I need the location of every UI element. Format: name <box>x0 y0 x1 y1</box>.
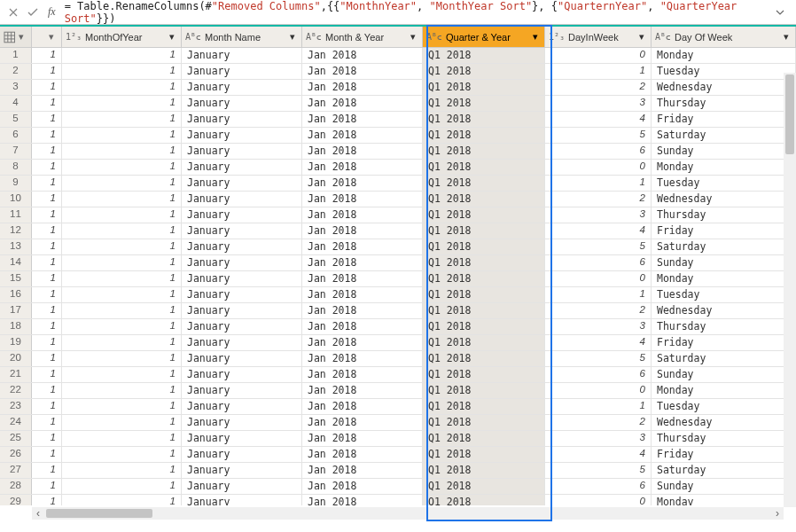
column-filter-icon[interactable]: ▾ <box>636 32 647 43</box>
table-row[interactable]: 811JanuaryJan 2018Q1 20180Monday <box>0 160 796 176</box>
cell-mn[interactable]: January <box>182 383 302 398</box>
cell-di[interactable]: 6 <box>545 144 652 159</box>
cell-mn[interactable]: January <box>182 303 302 318</box>
row-number[interactable]: 12 <box>0 223 32 239</box>
cell-c1[interactable]: 1 <box>62 319 182 334</box>
table-row[interactable]: 1111JanuaryJan 2018Q1 20183Thursday <box>0 207 796 223</box>
table-row[interactable]: 2611JanuaryJan 2018Q1 20184Friday <box>0 447 796 463</box>
cell-qy[interactable]: Q1 2018 <box>423 415 545 430</box>
cell-my[interactable]: Jan 2018 <box>302 287 423 302</box>
cell-dow[interactable]: Tuesday <box>652 287 796 302</box>
cell-qy[interactable]: Q1 2018 <box>423 223 545 239</box>
column-filter-icon[interactable]: ▾ <box>45 31 58 43</box>
cell-di[interactable]: 5 <box>545 128 652 143</box>
cell-my[interactable]: Jan 2018 <box>302 399 423 414</box>
cell-dow[interactable]: Monday <box>652 271 796 286</box>
cell-mn[interactable]: January <box>182 415 302 430</box>
cell-mn[interactable]: January <box>182 223 302 239</box>
cell-c1[interactable]: 1 <box>62 112 182 127</box>
column-filter-icon[interactable]: ▾ <box>781 32 792 43</box>
row-number[interactable]: 23 <box>0 399 32 414</box>
cell-qy[interactable]: Q1 2018 <box>423 128 545 143</box>
cell-c0[interactable]: 1 <box>32 128 62 143</box>
cell-di[interactable]: 0 <box>545 271 652 286</box>
table-row[interactable]: 1911JanuaryJan 2018Q1 20184Friday <box>0 335 796 351</box>
table-row[interactable]: 311JanuaryJan 2018Q1 20182Wednesday <box>0 80 796 96</box>
cell-c1[interactable]: 1 <box>62 64 182 79</box>
cell-c1[interactable]: 1 <box>62 399 182 414</box>
table-menu-arrow-icon[interactable]: ▾ <box>16 31 28 43</box>
table-row[interactable]: 2011JanuaryJan 2018Q1 20185Saturday <box>0 351 796 367</box>
cell-di[interactable]: 2 <box>545 415 652 430</box>
row-number[interactable]: 11 <box>0 207 32 223</box>
cell-c0[interactable]: 1 <box>32 415 62 430</box>
scroll-left-arrow-icon[interactable]: ‹ <box>32 507 44 520</box>
cell-c1[interactable]: 1 <box>62 96 182 111</box>
cell-mn[interactable]: January <box>182 207 302 223</box>
cell-c0[interactable]: 1 <box>32 48 62 63</box>
cell-my[interactable]: Jan 2018 <box>302 383 423 398</box>
cell-qy[interactable]: Q1 2018 <box>423 160 545 175</box>
cell-c1[interactable]: 1 <box>62 80 182 95</box>
cell-mn[interactable]: January <box>182 192 302 207</box>
row-number[interactable]: 18 <box>0 319 32 334</box>
cell-mn[interactable]: January <box>182 271 302 286</box>
cell-di[interactable]: 6 <box>545 367 652 382</box>
cell-c0[interactable]: 1 <box>32 447 62 462</box>
cell-qy[interactable]: Q1 2018 <box>423 351 545 366</box>
cell-my[interactable]: Jan 2018 <box>302 495 423 505</box>
cell-dow[interactable]: Tuesday <box>652 176 796 191</box>
cell-my[interactable]: Jan 2018 <box>302 64 423 79</box>
table-row[interactable]: 2211JanuaryJan 2018Q1 20180Monday <box>0 383 796 399</box>
column-filter-icon[interactable]: ▾ <box>167 32 177 43</box>
cell-c0[interactable]: 1 <box>32 239 62 254</box>
row-number[interactable]: 24 <box>0 415 32 430</box>
column-filter-icon[interactable]: ▾ <box>287 32 298 43</box>
row-number[interactable]: 8 <box>0 160 32 175</box>
column-header-dayinweek[interactable]: 1²₃DayInWeek▾ <box>545 27 652 47</box>
cell-c0[interactable]: 1 <box>32 367 62 382</box>
cell-c1[interactable]: 1 <box>62 335 182 350</box>
cell-c1[interactable]: 1 <box>62 447 182 462</box>
cell-c0[interactable]: 1 <box>32 479 62 494</box>
table-row[interactable]: 2311JanuaryJan 2018Q1 20181Tuesday <box>0 399 796 415</box>
cell-di[interactable]: 0 <box>545 495 652 505</box>
cell-c0[interactable]: 1 <box>32 192 62 207</box>
cell-dow[interactable]: Monday <box>652 383 796 398</box>
cell-mn[interactable]: January <box>182 255 302 270</box>
row-number[interactable]: 13 <box>0 239 32 254</box>
table-row[interactable]: 111JanuaryJan 2018Q1 20180Monday <box>0 48 796 64</box>
cell-di[interactable]: 4 <box>545 335 652 350</box>
cell-dow[interactable]: Thursday <box>652 96 796 111</box>
cell-my[interactable]: Jan 2018 <box>302 160 423 175</box>
cell-dow[interactable]: Wednesday <box>652 415 796 430</box>
row-number[interactable]: 14 <box>0 255 32 270</box>
cell-mn[interactable]: January <box>182 479 302 494</box>
row-number[interactable]: 3 <box>0 80 32 95</box>
cell-mn[interactable]: January <box>182 351 302 366</box>
cell-qy[interactable]: Q1 2018 <box>423 255 545 270</box>
column-header-quarter-year[interactable]: AᴮᴄQuarter & Year▾ <box>423 27 545 47</box>
cell-qy[interactable]: Q1 2018 <box>423 80 545 95</box>
cell-mn[interactable]: January <box>182 239 302 254</box>
table-row[interactable]: 611JanuaryJan 2018Q1 20185Saturday <box>0 128 796 144</box>
row-number[interactable]: 27 <box>0 463 32 478</box>
cell-my[interactable]: Jan 2018 <box>302 255 423 270</box>
cell-mn[interactable]: January <box>182 335 302 350</box>
table-row[interactable]: 2811JanuaryJan 2018Q1 20186Sunday <box>0 479 796 495</box>
cell-c0[interactable]: 1 <box>32 64 62 79</box>
column-header-monthofyear[interactable]: 1²₃MonthOfYear▾ <box>62 27 182 47</box>
row-number[interactable]: 5 <box>0 112 32 127</box>
formula-commit-button[interactable] <box>23 4 43 21</box>
table-row[interactable]: 1411JanuaryJan 2018Q1 20186Sunday <box>0 255 796 271</box>
formula-expand-button[interactable] <box>775 7 792 18</box>
cell-dow[interactable]: Monday <box>652 495 796 505</box>
cell-my[interactable]: Jan 2018 <box>302 335 423 350</box>
column-filter-icon[interactable]: ▾ <box>408 32 418 43</box>
cell-dow[interactable]: Thursday <box>652 431 796 446</box>
cell-di[interactable]: 4 <box>545 112 652 127</box>
cell-mn[interactable]: January <box>182 80 302 95</box>
cell-qy[interactable]: Q1 2018 <box>423 335 545 350</box>
table-row[interactable]: 1011JanuaryJan 2018Q1 20182Wednesday <box>0 192 796 207</box>
cell-dow[interactable]: Friday <box>652 112 796 127</box>
